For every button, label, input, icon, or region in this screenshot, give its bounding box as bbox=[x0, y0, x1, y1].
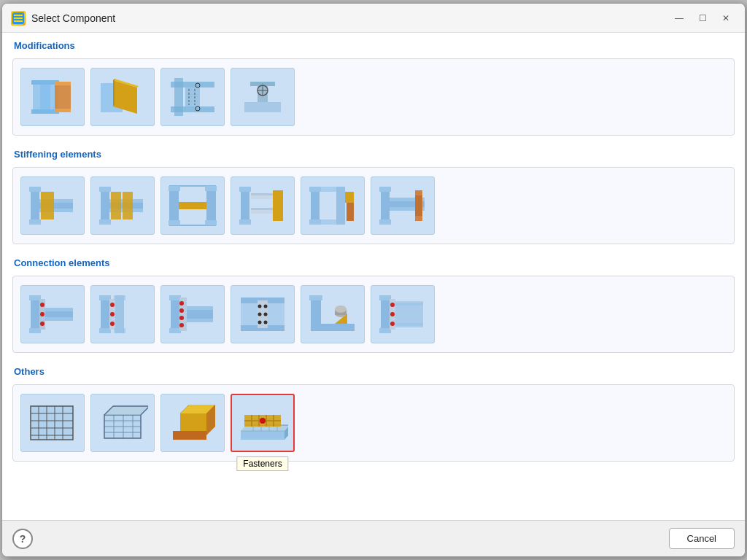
component-st6[interactable] bbox=[371, 176, 435, 235]
svg-rect-60 bbox=[311, 187, 320, 225]
svg-rect-47 bbox=[169, 220, 180, 225]
svg-rect-30 bbox=[29, 187, 41, 192]
component-ot3[interactable] bbox=[160, 394, 225, 452]
content-area: Modifications bbox=[2, 33, 745, 520]
svg-point-91 bbox=[110, 303, 115, 307]
svg-point-117 bbox=[258, 321, 262, 324]
svg-rect-89 bbox=[99, 328, 111, 333]
svg-point-114 bbox=[264, 305, 268, 308]
svg-rect-42 bbox=[111, 192, 121, 219]
component-mod4[interactable] bbox=[231, 68, 295, 126]
minimize-button[interactable]: — bbox=[669, 10, 689, 26]
svg-point-93 bbox=[110, 322, 115, 326]
modifications-section: Modifications bbox=[12, 40, 735, 136]
svg-rect-95 bbox=[114, 295, 125, 300]
component-cn6[interactable] bbox=[371, 285, 435, 343]
fasteners-tooltip: Fasteners bbox=[236, 456, 288, 471]
close-button[interactable]: ✕ bbox=[716, 10, 736, 26]
component-ot4[interactable]: Fasteners bbox=[231, 394, 295, 452]
svg-rect-111 bbox=[266, 303, 285, 325]
svg-rect-62 bbox=[309, 219, 321, 225]
svg-rect-53 bbox=[239, 187, 251, 192]
svg-rect-94 bbox=[115, 295, 124, 333]
svg-rect-161 bbox=[173, 431, 206, 440]
component-st3[interactable] bbox=[160, 176, 225, 235]
component-cn4[interactable] bbox=[231, 285, 295, 343]
svg-rect-66 bbox=[345, 192, 354, 203]
footer: ? Cancel bbox=[2, 520, 745, 556]
component-st2[interactable] bbox=[90, 176, 155, 235]
svg-rect-106 bbox=[187, 306, 213, 310]
component-ot1[interactable] bbox=[20, 394, 85, 452]
svg-rect-76 bbox=[415, 216, 422, 221]
help-button[interactable]: ? bbox=[12, 529, 33, 549]
svg-point-86 bbox=[40, 322, 44, 326]
svg-point-130 bbox=[390, 303, 395, 307]
svg-rect-59 bbox=[273, 190, 283, 221]
others-body: Fasteners bbox=[12, 384, 735, 462]
stiffening-section: Stiffening elements bbox=[12, 149, 735, 244]
component-ot2[interactable] bbox=[90, 394, 155, 452]
svg-rect-23 bbox=[244, 102, 281, 112]
svg-rect-67 bbox=[347, 203, 354, 221]
component-mod3[interactable] bbox=[160, 68, 225, 126]
svg-rect-119 bbox=[311, 324, 355, 331]
svg-rect-56 bbox=[251, 193, 273, 195]
component-cn2[interactable] bbox=[90, 285, 155, 343]
svg-marker-14 bbox=[113, 79, 115, 106]
component-cn3[interactable] bbox=[160, 285, 225, 343]
svg-rect-54 bbox=[239, 219, 251, 225]
svg-rect-48 bbox=[206, 186, 215, 225]
svg-rect-61 bbox=[309, 187, 321, 192]
svg-rect-58 bbox=[251, 208, 273, 210]
svg-rect-136 bbox=[31, 406, 73, 440]
svg-rect-77 bbox=[31, 295, 39, 333]
modifications-title: Modifications bbox=[12, 40, 735, 51]
svg-rect-98 bbox=[169, 295, 181, 300]
svg-rect-82 bbox=[45, 308, 73, 311]
svg-point-115 bbox=[258, 313, 262, 316]
svg-rect-68 bbox=[381, 187, 390, 225]
svg-rect-127 bbox=[379, 295, 391, 300]
component-st5[interactable] bbox=[301, 176, 365, 235]
svg-rect-1 bbox=[14, 18, 23, 19]
component-st1[interactable] bbox=[20, 176, 85, 235]
svg-point-101 bbox=[179, 301, 184, 306]
svg-rect-52 bbox=[241, 187, 249, 225]
svg-rect-78 bbox=[29, 295, 41, 300]
stiffening-title: Stiffening elements bbox=[12, 149, 735, 160]
component-mod2[interactable] bbox=[90, 68, 155, 126]
svg-point-131 bbox=[390, 312, 395, 316]
svg-rect-121 bbox=[309, 295, 322, 300]
svg-rect-36 bbox=[101, 187, 109, 225]
component-cn1[interactable] bbox=[20, 285, 85, 343]
svg-rect-126 bbox=[381, 295, 390, 333]
component-cn5[interactable] bbox=[301, 285, 365, 343]
svg-point-104 bbox=[179, 323, 184, 327]
svg-rect-38 bbox=[99, 219, 111, 225]
svg-rect-135 bbox=[395, 323, 423, 327]
maximize-button[interactable]: ☐ bbox=[692, 10, 713, 26]
svg-rect-107 bbox=[187, 319, 213, 322]
svg-point-102 bbox=[179, 308, 184, 313]
svg-rect-2 bbox=[14, 15, 23, 16]
svg-rect-83 bbox=[45, 317, 73, 321]
svg-rect-17 bbox=[185, 88, 200, 106]
svg-rect-35 bbox=[41, 192, 54, 219]
svg-rect-128 bbox=[379, 328, 391, 333]
svg-rect-45 bbox=[170, 186, 179, 225]
svg-rect-63 bbox=[336, 187, 345, 225]
connection-section: Connection elements bbox=[12, 257, 735, 353]
svg-point-113 bbox=[258, 305, 262, 308]
svg-rect-65 bbox=[320, 219, 336, 225]
svg-rect-133 bbox=[395, 303, 423, 326]
svg-rect-87 bbox=[101, 295, 109, 333]
cancel-button[interactable]: Cancel bbox=[669, 528, 735, 549]
component-st4[interactable] bbox=[231, 176, 295, 235]
others-title: Others bbox=[12, 366, 735, 377]
svg-point-118 bbox=[264, 321, 268, 324]
svg-rect-37 bbox=[99, 187, 111, 192]
svg-rect-99 bbox=[169, 328, 181, 333]
svg-rect-79 bbox=[29, 328, 41, 333]
component-mod1[interactable] bbox=[20, 68, 85, 126]
